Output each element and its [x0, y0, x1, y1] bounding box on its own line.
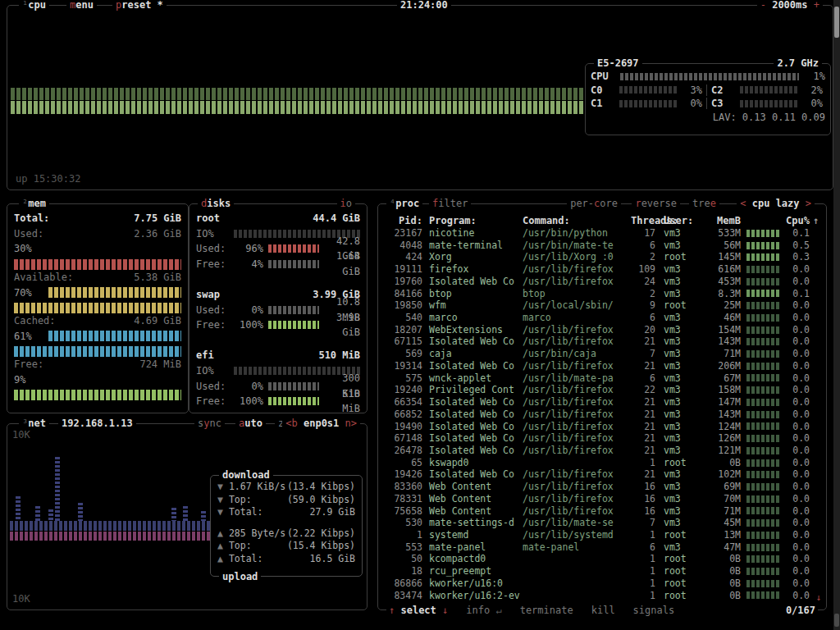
col-threads[interactable]: Threads:: [631, 214, 655, 227]
col-pid[interactable]: Pid:: [385, 214, 422, 227]
disks-box-title: disks: [198, 198, 234, 209]
proc-pid: 575: [385, 372, 422, 385]
proc-row[interactable]: 65 kswapd0 1 root 0B 0.0: [378, 457, 826, 469]
disk-root-size: 44.4 GiB: [313, 211, 360, 226]
proc-row[interactable]: 50 kcompactd0 1 root 0B 0.0: [378, 553, 826, 565]
proc-command: /usr/lib/firefox: [523, 409, 631, 421]
proc-cpu: 0.0: [785, 324, 810, 336]
sync-button[interactable]: sync: [194, 418, 225, 429]
proc-row[interactable]: 1 systemd /usr/lib/systemd 1 root 13M 0.…: [378, 529, 826, 541]
col-command[interactable]: Command:: [523, 214, 631, 227]
per-core-toggle[interactable]: per-core: [567, 198, 621, 209]
select-control[interactable]: ↑ select ↓: [386, 605, 450, 616]
proc-row[interactable]: 424 Xorg /usr/lib/Xorg :0 2 root 145M 0.…: [378, 251, 826, 263]
tree-toggle[interactable]: tree: [689, 198, 719, 209]
proc-mem: 71M: [703, 505, 741, 518]
io-toggle-button[interactable]: io: [337, 198, 355, 209]
proc-pid: 78331: [385, 493, 422, 505]
proc-row[interactable]: 83360 Web Content /usr/lib/firefox 16 vm…: [378, 481, 826, 493]
cpu-total-meter: [620, 73, 799, 80]
proc-row[interactable]: 23167 nicotine /usr/bin/python 17 vm3 53…: [378, 227, 826, 240]
sort-next-button[interactable]: >: [806, 198, 811, 209]
proc-program: Web Content: [422, 481, 523, 493]
proc-row[interactable]: 18207 WebExtensions /usr/lib/firefox 20 …: [378, 324, 826, 336]
proc-row[interactable]: 553 mate-panel mate-panel 6 vm3 47M 0.0: [378, 541, 826, 554]
proc-cpu-meter: [746, 302, 779, 309]
proc-command: /usr/lib/firefox: [523, 432, 631, 445]
sort-prev-button[interactable]: <: [740, 198, 746, 209]
filter-button[interactable]: filter: [429, 198, 471, 209]
info-button[interactable]: info ↵: [463, 605, 504, 616]
proc-mem: 143M: [703, 409, 741, 421]
preset-button[interactable]: preset *: [112, 0, 167, 11]
proc-row[interactable]: 26478 Isolated Web Co /usr/lib/firefox 2…: [378, 445, 826, 457]
proc-row[interactable]: 83474 kworker/u16:2-ev 1 root 0B 0.0: [378, 590, 826, 602]
proc-row[interactable]: 19490 Isolated Web Co /usr/lib/firefox 2…: [378, 421, 826, 433]
proc-row[interactable]: 18 rcu_preempt 1 root 0B 0.0: [378, 565, 826, 578]
proc-row[interactable]: 530 mate-settings-d /usr/lib/mate-se 7 v…: [378, 517, 826, 529]
col-user[interactable]: User:: [655, 214, 703, 227]
proc-row[interactable]: 19760 Isolated Web Co /usr/lib/firefox 2…: [378, 276, 826, 288]
kill-button[interactable]: kill: [589, 605, 618, 616]
menu-button[interactable]: menu: [66, 0, 97, 11]
proc-threads: 21: [631, 468, 655, 481]
proc-row[interactable]: 19314 Isolated Web Co /usr/lib/firefox 2…: [378, 360, 826, 372]
col-program[interactable]: Program:: [422, 214, 523, 227]
proc-row[interactable]: 19850 wfm /usr/local/sbin/ 9 root 25M 0.…: [378, 299, 826, 312]
proc-cpu: 0.0: [785, 336, 810, 348]
proc-cpu-meter: [746, 399, 779, 406]
download-total-row: ▼ Total:27.9 GiB: [211, 506, 362, 519]
reverse-toggle[interactable]: reverse: [632, 198, 680, 209]
iface-next-button[interactable]: n>: [345, 418, 357, 429]
proc-threads: 16: [631, 505, 655, 518]
interval-minus-button[interactable]: -: [760, 0, 766, 11]
proc-row[interactable]: 19426 Isolated Web Co /usr/lib/firefox 2…: [378, 468, 826, 481]
mem-box: ²mem Total:7.75 GiB Used:2.36 GiB 30% Av…: [7, 203, 189, 413]
btop-terminal: ¹cpu menu preset * 21:24:00 - 2000ms + u…: [0, 0, 840, 630]
proc-program: Isolated Web Co: [422, 468, 523, 481]
disk-root-free-pct: 4%: [234, 257, 263, 272]
proc-threads: 16: [631, 493, 655, 505]
proc-row[interactable]: 84166 btop btop 2 vm3 8.3M 0.1: [378, 288, 826, 300]
proc-row[interactable]: 67148 Isolated Web Co /usr/lib/firefox 2…: [378, 432, 826, 445]
proc-user: vm3: [655, 240, 703, 252]
proc-row[interactable]: 78331 Web Content /usr/lib/firefox 16 vm…: [378, 493, 826, 505]
iface-prev-button[interactable]: <b: [285, 418, 297, 429]
proc-row[interactable]: 575 wnck-applet /usr/lib/mate-pa 6 vm3 6…: [378, 372, 826, 385]
col-cpu[interactable]: Cpu%: [785, 214, 810, 227]
proc-row[interactable]: 75658 Web Content /usr/lib/firefox 16 vm…: [378, 505, 826, 518]
auto-button[interactable]: auto: [235, 418, 266, 429]
proc-row[interactable]: 66354 Isolated Web Co /usr/lib/firefox 2…: [378, 396, 826, 409]
down-arrow-icon: ▼: [217, 494, 223, 505]
proc-program: Xorg: [422, 251, 523, 263]
terminate-button[interactable]: terminate: [518, 605, 576, 616]
proc-row[interactable]: 66852 Isolated Web Co /usr/lib/firefox 2…: [378, 409, 826, 421]
signals-button[interactable]: signals: [631, 605, 678, 616]
terminal-scrollbar[interactable]: [833, 0, 840, 630]
interval-value: 2000ms: [772, 0, 807, 11]
proc-user: vm3: [655, 517, 703, 529]
mem-available-pct: 70%: [14, 287, 48, 299]
proc-program: wfm: [422, 299, 523, 312]
proc-row[interactable]: 19240 Privileged Cont /usr/lib/firefox 2…: [378, 384, 826, 396]
interval-plus-button[interactable]: +: [814, 0, 819, 11]
col-memb[interactable]: MemB: [703, 214, 741, 227]
scrollbar-thumb[interactable]: [834, 7, 839, 38]
proc-row[interactable]: 540 marco marco 6 vm3 46M 0.0: [378, 312, 826, 324]
proc-program: Web Content: [422, 493, 523, 505]
mem-total-row: Total:7.75 GiB: [7, 211, 188, 226]
proc-row[interactable]: 569 caja /usr/bin/caja 7 vm3 71M 0.0: [378, 348, 826, 360]
proc-row[interactable]: 67115 Isolated Web Co /usr/lib/firefox 2…: [378, 336, 826, 348]
proc-user: vm3: [655, 336, 703, 348]
scrollbar-bottom-arrow[interactable]: [834, 614, 839, 627]
disk-efi-used-pct: 0%: [234, 379, 263, 395]
proc-row[interactable]: 4048 mate-terminal /usr/bin/mate-te 6 vm…: [378, 240, 826, 252]
upload-title: upload: [219, 571, 261, 582]
proc-user: vm3: [655, 360, 703, 372]
proc-row[interactable]: 86866 kworker/u16:0 1 root 0B 0.0: [378, 578, 826, 590]
proc-cpu: 0.0: [785, 565, 810, 578]
proc-row[interactable]: 19111 firefox /usr/lib/firefox 109 vm3 6…: [378, 263, 826, 276]
proc-threads: 21: [631, 421, 655, 433]
proc-user: vm3: [655, 324, 703, 336]
proc-cpu: 0.0: [785, 421, 810, 433]
